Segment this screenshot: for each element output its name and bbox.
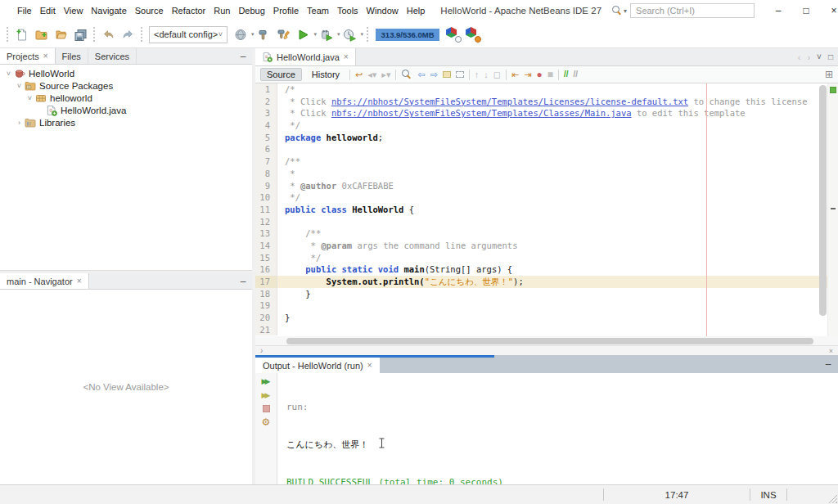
menu-tools[interactable]: Tools [333, 0, 363, 21]
close-icon[interactable]: × [344, 52, 349, 61]
clean-and-build-button[interactable] [274, 25, 294, 44]
navigator-tabbar: main - Navigator × – [0, 273, 252, 290]
minimize-panel-icon[interactable]: – [234, 273, 252, 289]
rerun-with-options-icon[interactable]: ▶▶ [262, 391, 271, 399]
scrollbar-thumb[interactable] [819, 85, 827, 316]
rerun-icon[interactable]: ▶▶ [262, 377, 271, 385]
search-input[interactable] [630, 3, 755, 18]
stop-macro-icon[interactable]: ■ [547, 70, 553, 79]
menu-refactor[interactable]: Refactor [168, 0, 210, 21]
save-all-button[interactable] [70, 25, 90, 44]
find-icon[interactable] [401, 69, 412, 80]
comment-icon[interactable]: // [564, 70, 569, 79]
editor-horizontal-scrollbar[interactable] [255, 336, 838, 345]
search-dropdown-icon[interactable]: ▾ [624, 7, 627, 15]
stop-icon[interactable] [263, 405, 270, 412]
undo-button[interactable] [98, 25, 118, 44]
menu-window[interactable]: Window [363, 0, 403, 21]
search-icon[interactable] [611, 5, 623, 16]
forward-icon[interactable]: ▸▾ [381, 70, 390, 79]
memory-indicator[interactable]: 313.9/536.0MB [376, 29, 439, 41]
toolbar-grip[interactable] [92, 27, 97, 42]
new-file-button[interactable] [11, 25, 31, 44]
toolbar-grip[interactable] [365, 27, 370, 42]
tree-row-libraries[interactable]: › Libraries [0, 116, 252, 128]
tab-projects[interactable]: Projects × [0, 48, 56, 64]
menu-source[interactable]: Source [131, 0, 168, 21]
record-macro-icon[interactable]: ● [536, 70, 542, 79]
tab-services[interactable]: Services [88, 48, 137, 64]
tab-files[interactable]: Files [56, 48, 88, 64]
ant-settings-icon[interactable]: ⚙ [262, 418, 271, 426]
chevron-right-icon[interactable]: › [260, 347, 263, 355]
tab-output[interactable]: Output - HelloWorld (run) × [255, 358, 380, 373]
tab-navigator[interactable]: main - Navigator × [0, 273, 89, 289]
maximize-button[interactable]: □ [792, 0, 820, 21]
minimize-button[interactable]: – [764, 0, 792, 21]
profiler-pause-button[interactable] [463, 25, 483, 44]
open-project-button[interactable] [51, 25, 70, 44]
expander-closed-icon[interactable]: › [15, 119, 24, 127]
expander-open-icon[interactable]: ˅ [15, 82, 24, 90]
toggle-highlight-icon[interactable] [443, 71, 451, 78]
menu-profile[interactable]: Profile [269, 0, 303, 21]
run-project-button[interactable] [294, 25, 313, 44]
menu-edit[interactable]: Edit [36, 0, 60, 21]
debug-project-button[interactable] [317, 25, 336, 44]
globe-button[interactable] [231, 25, 250, 44]
menu-navigate[interactable]: Navigate [87, 0, 130, 21]
next-bookmark-icon[interactable]: ↓ [484, 70, 489, 79]
code-editor[interactable]: 1/*2 * Click nbfs://nbhost/SystemFileSys… [255, 83, 838, 336]
toolbar-grip[interactable] [139, 27, 144, 42]
tree-row-project[interactable]: ˅ HelloWorld [0, 67, 252, 79]
rectangular-selection-icon[interactable] [456, 71, 464, 78]
shift-right-icon[interactable]: ⇥ [524, 70, 531, 79]
tree-row-source-packages[interactable]: ˅ Source Packages [0, 79, 252, 92]
close-icon[interactable]: × [367, 361, 372, 370]
chevron-down-icon[interactable]: ▾ [361, 31, 364, 38]
menu-help[interactable]: Help [403, 0, 430, 21]
scroll-tabs-right-icon[interactable]: › [807, 52, 810, 62]
scrollbar-thumb[interactable] [286, 338, 813, 344]
history-view-button[interactable]: History [307, 69, 345, 80]
back-icon[interactable]: ◂▾ [367, 70, 376, 79]
menu-file[interactable]: File [13, 0, 36, 21]
uncomment-icon[interactable]: // [573, 70, 578, 79]
shift-left-icon[interactable]: ⇤ [511, 70, 519, 79]
toggle-bookmark-icon[interactable]: ◻ [493, 70, 501, 79]
menu-team[interactable]: Team [303, 0, 333, 21]
menu-run[interactable]: Run [210, 0, 234, 21]
profiler-clock-button[interactable] [444, 25, 463, 44]
maximize-editor-icon[interactable]: □ [828, 52, 833, 61]
menu-view[interactable]: View [60, 0, 88, 21]
menu-debug[interactable]: Debug [234, 0, 268, 21]
close-icon[interactable]: × [43, 52, 48, 61]
prev-bookmark-icon[interactable]: ↑ [475, 70, 480, 79]
source-view-button[interactable]: Source [260, 68, 302, 81]
tab-helloworld-java[interactable]: HelloWorld.java × [255, 48, 356, 65]
last-edit-icon[interactable]: ↩ [355, 70, 363, 79]
close-icon[interactable]: × [77, 277, 82, 286]
expander-open-icon[interactable]: ˅ [4, 70, 13, 78]
close-button[interactable]: × [820, 0, 838, 21]
tab-list-dropdown-icon[interactable]: ˅ [817, 52, 822, 61]
tree-row-java-file[interactable]: HelloWorld.java [0, 104, 252, 116]
editor-vertical-scrollbar[interactable] [818, 83, 827, 336]
configuration-select[interactable]: <default config> ˅ [149, 26, 228, 43]
split-document-icon[interactable]: ⊞ [825, 69, 833, 80]
build-project-button[interactable] [255, 25, 274, 44]
expander-open-icon[interactable]: ˅ [25, 94, 34, 102]
new-project-button[interactable] [31, 25, 51, 44]
next-occurrence-icon[interactable]: ⇨ [430, 70, 438, 79]
scroll-tabs-left-icon[interactable]: ‹ [798, 52, 801, 62]
close-icon[interactable]: × [829, 347, 833, 355]
profile-project-button[interactable] [340, 25, 360, 44]
resize-grip[interactable] [828, 494, 837, 503]
minimize-panel-icon[interactable]: – [234, 48, 252, 64]
output-console[interactable]: run: こんにちわ、世界！ BUILD SUCCESSFUL (total t… [277, 373, 838, 484]
redo-button[interactable] [118, 25, 137, 44]
prev-occurrence-icon[interactable]: ⇦ [417, 70, 425, 79]
toolbar-grip[interactable] [5, 27, 10, 42]
minimize-panel-icon[interactable]: – [818, 355, 838, 373]
tree-row-package[interactable]: ˅ helloworld [0, 92, 252, 104]
